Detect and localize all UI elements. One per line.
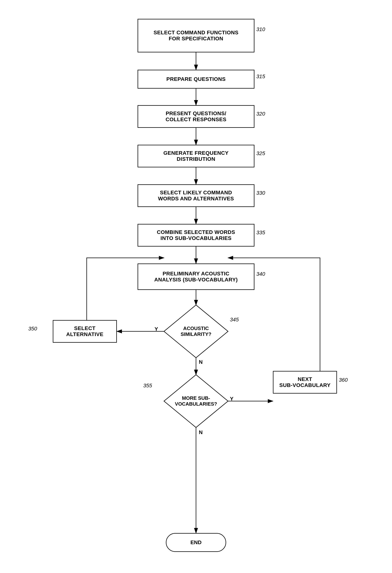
label-360: 360 [339,377,348,383]
node-310: SELECT COMMAND FUNCTIONS FOR SPECIFICATI… [138,19,254,53]
node-315: PREPARE QUESTIONS [138,70,254,89]
label-325: 325 [256,150,265,157]
node-345: ACOUSTIC SIMILARITY? [164,305,228,358]
node-350: SELECT ALTERNATIVE [53,320,117,343]
node-330: SELECT LIKELY COMMAND WORDS AND ALTERNAT… [138,184,254,207]
node-320: PRESENT QUESTIONS/ COLLECT RESPONSES [138,105,254,128]
node-360: NEXT SUB-VOCABULARY [273,371,337,394]
label-320: 320 [256,111,265,117]
label-340: 340 [256,271,265,277]
arrow-n-355: N [199,429,203,435]
flowchart-diagram: SELECT COMMAND FUNCTIONS FOR SPECIFICATI… [0,0,392,573]
node-end: END [166,533,226,552]
node-340: PRELIMINARY ACOUSTIC ANALYSIS (SUB-VOCAB… [138,264,254,290]
node-335: COMBINE SELECTED WORDS INTO SUB-VOCABULA… [138,224,254,247]
arrow-y-355: Y [230,396,233,402]
arrow-n-345: N [199,359,203,365]
arrow-y-345: Y [155,326,158,332]
label-335: 335 [256,230,265,236]
label-315: 315 [256,73,265,80]
node-355: MORE SUB- VOCABULARIES? [164,375,228,428]
label-330: 330 [256,190,265,196]
svg-marker-13 [164,375,228,428]
label-345: 345 [230,317,239,323]
svg-marker-12 [164,305,228,358]
label-350: 350 [28,326,37,332]
label-355: 355 [143,383,152,389]
node-325: GENERATE FREQUENCY DISTRIBUTION [138,145,254,167]
label-310: 310 [256,26,265,32]
